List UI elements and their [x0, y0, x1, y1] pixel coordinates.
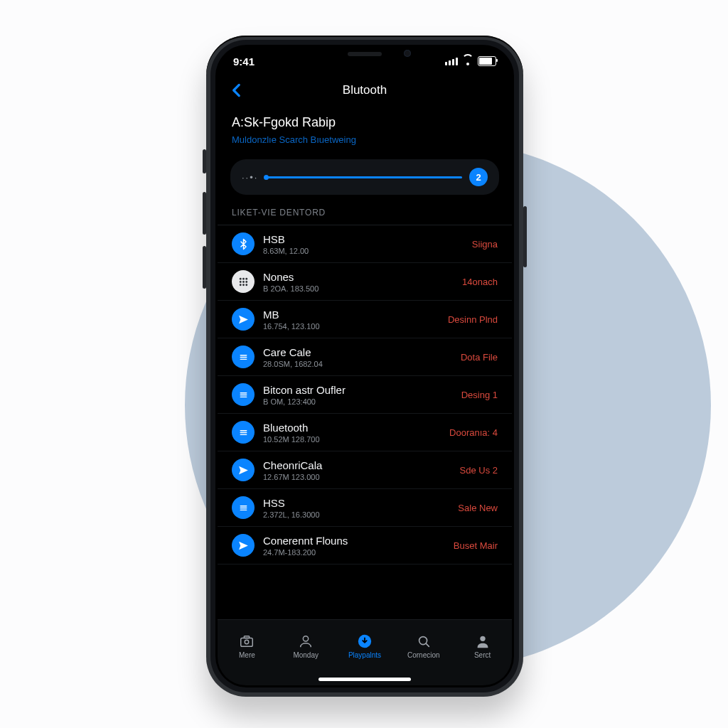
mute-switch: [203, 149, 206, 173]
person-icon: [298, 633, 314, 649]
device-name: Conerennt Flouns: [263, 535, 454, 547]
device-row[interactable]: MB 16.754, 123.100 Desinn Plnd: [218, 301, 512, 338]
svg-point-2: [245, 277, 247, 279]
device-meta: 12.67M 123.000: [263, 473, 460, 481]
grid-icon: [232, 270, 255, 293]
tab-label: Mere: [239, 651, 255, 659]
tab-select[interactable]: Serct: [461, 633, 504, 659]
power-button: [523, 206, 527, 267]
device-name: Care Cale: [263, 346, 461, 358]
home-indicator[interactable]: [318, 678, 411, 681]
wifi-icon: [462, 57, 473, 65]
svg-rect-23: [245, 636, 250, 638]
device-row[interactable]: CheonriCala 12.67M 123.000 Sde Us 2: [218, 451, 512, 489]
svg-point-7: [242, 284, 245, 286]
tab-label: Monday: [293, 651, 318, 659]
device-name: Bitcon astr Oufler: [263, 384, 461, 396]
list-icon: [232, 383, 255, 406]
device-row[interactable]: Bluetooth 10.52M 128.700 Dooranıa: 4: [218, 414, 512, 451]
device-row[interactable]: Care Cale 28.0SM, 1682.04 Dota File: [218, 338, 512, 376]
device-tag[interactable]: Buset Mair: [454, 540, 498, 551]
device-row[interactable]: HSB 8.63M, 12.00 Siigna: [218, 225, 512, 263]
slider-dots: ··•·: [242, 172, 258, 183]
svg-line-27: [426, 643, 429, 646]
screen: 9:41 Blutooth A:Sk-Fgokd Rabip Muldonzlı…: [218, 47, 512, 685]
tab-playpoints[interactable]: Playpalnts: [343, 633, 386, 659]
status-time: 9:41: [233, 55, 255, 68]
tab-mere[interactable]: Mere: [225, 633, 268, 659]
svg-point-4: [242, 281, 245, 283]
device-tag[interactable]: Desinn Plnd: [448, 314, 498, 325]
device-meta: 10.52M 128.700: [263, 435, 449, 444]
send-icon: [232, 459, 255, 481]
device-meta: 16.754, 123.100: [263, 322, 448, 331]
device-tag[interactable]: Dota File: [461, 352, 498, 363]
device-list: HSB 8.63M, 12.00 Siigna Nones B 2OA. 183…: [218, 225, 512, 564]
device-meta: B OM, 123:400: [263, 397, 461, 406]
front-camera: [404, 50, 411, 57]
svg-point-1: [242, 277, 245, 279]
device-name: HSB: [263, 233, 472, 245]
device-name: Bluetooth: [263, 422, 449, 434]
person-fill-icon: [475, 633, 491, 649]
svg-point-24: [304, 636, 309, 641]
volume-up-button: [203, 192, 206, 235]
device-tag[interactable]: Sale New: [458, 503, 498, 513]
svg-rect-21: [241, 638, 253, 646]
list-icon: [232, 421, 255, 444]
tab-monday[interactable]: Monday: [284, 633, 327, 659]
device-name: CheonriCala: [263, 459, 460, 471]
tab-bar: Mere Monday Playpalnts: [218, 619, 512, 685]
back-button[interactable]: [228, 81, 246, 100]
speaker: [348, 52, 382, 56]
send-icon: [232, 308, 255, 331]
tab-label: Cornecion: [407, 651, 440, 659]
bluetooth-icon: [232, 232, 255, 255]
camera-icon: [239, 633, 255, 649]
volume-down-button: [203, 246, 206, 289]
device-row[interactable]: Nones B 2OA. 183.500 14onach: [218, 263, 512, 301]
device-tag[interactable]: Dooranıa: 4: [449, 427, 498, 438]
section-header: LIKET-VIE DENTORD: [218, 208, 512, 225]
tab-connection[interactable]: Cornecion: [402, 633, 445, 659]
send-icon: [232, 534, 255, 557]
svg-point-3: [239, 281, 241, 283]
device-meta: B 2OA. 183.500: [263, 284, 462, 293]
slider-value-knob[interactable]: 2: [469, 168, 488, 186]
device-row[interactable]: HSS 2.372L, 16.3000 Sale New: [218, 489, 512, 527]
tab-label: Playpalnts: [348, 651, 381, 659]
device-meta: 28.0SM, 1682.04: [263, 360, 461, 368]
tab-label: Serct: [474, 651, 491, 659]
search-icon: [416, 633, 432, 649]
device-name: Nones: [263, 271, 462, 283]
device-row[interactable]: Bitcon astr Oufler B OM, 123:400 Desing …: [218, 376, 512, 414]
device-tag[interactable]: Desing 1: [461, 390, 498, 400]
cellular-signal-icon: [445, 58, 458, 65]
battery-icon: [478, 56, 496, 66]
device-meta: 2.372L, 16.3000: [263, 510, 458, 519]
device-tag[interactable]: Sde Us 2: [460, 465, 498, 476]
device-name: HSS: [263, 497, 458, 509]
header-block: A:Sk-Fgokd Rabip Muldonzlıe Scarch Bıuet…: [218, 105, 512, 149]
page-title: A:Sk-Fgokd Rabip: [232, 115, 498, 130]
device-meta: 24.7M-183.200: [263, 548, 454, 557]
device-name: MB: [263, 309, 448, 321]
slider-track[interactable]: [265, 176, 462, 178]
download-badge-icon: [357, 633, 373, 649]
nav-bar: Blutooth: [218, 75, 512, 105]
notch: [297, 45, 432, 66]
device-tag[interactable]: 14onach: [462, 277, 498, 287]
svg-point-5: [245, 281, 247, 283]
page-subtitle[interactable]: Muldonzlıe Scarch Bıuetweing: [232, 134, 498, 145]
svg-point-28: [480, 636, 485, 641]
list-icon: [232, 346, 255, 368]
svg-point-22: [245, 640, 250, 644]
device-meta: 8.63M, 12.00: [263, 247, 472, 255]
device-row[interactable]: Conerennt Flouns 24.7M-183.200 Buset Mai…: [218, 527, 512, 564]
svg-point-6: [239, 284, 241, 286]
svg-point-0: [239, 277, 241, 279]
device-tag[interactable]: Siigna: [472, 239, 498, 250]
range-slider[interactable]: ··•· 2: [230, 159, 499, 195]
phone-frame: 9:41 Blutooth A:Sk-Fgokd Rabip Muldonzlı…: [206, 36, 523, 697]
svg-point-8: [245, 284, 247, 286]
